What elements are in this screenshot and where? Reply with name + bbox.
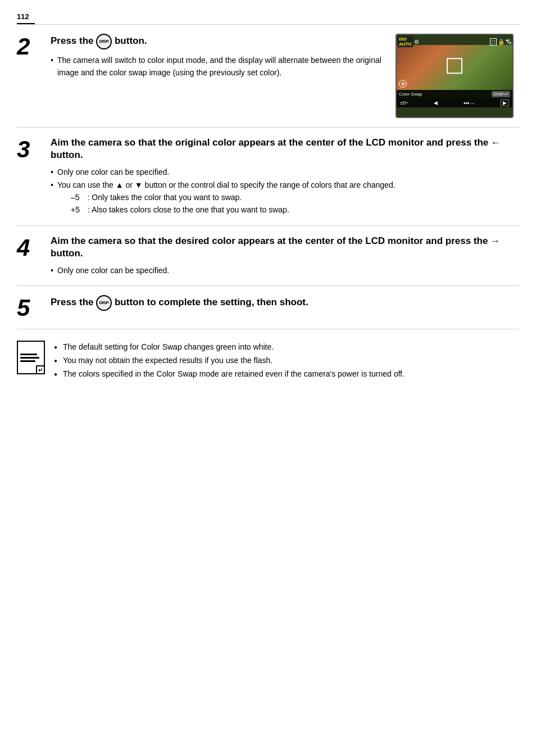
step-3-content: Aim the camera so that the original colo… xyxy=(51,137,519,216)
step-4-body: Only one color can be specified. xyxy=(51,264,519,277)
lcd-prev-arrow: ◀ xyxy=(434,100,438,106)
settings-icon: ⚙ xyxy=(414,39,419,45)
step-3-sublist: –5 : Only takes the color that you want … xyxy=(51,191,519,216)
step-5-row: 5 Press the DISP. button to complete the… xyxy=(17,286,519,329)
note-icon-arrow: ↵ xyxy=(36,365,45,374)
step-5-number: 5 xyxy=(17,295,51,320)
note-icon-line-2 xyxy=(20,357,39,359)
page-number: 112 xyxy=(17,12,35,24)
note-2: You may not obtain the expected results … xyxy=(54,354,519,368)
disp-button-icon-2: DISP. xyxy=(96,34,112,49)
notes-list: The default setting for Color Swap chang… xyxy=(54,341,519,381)
notes-text: The default setting for Color Swap chang… xyxy=(54,341,519,381)
frame-icon: □ xyxy=(490,38,497,46)
step-5-title: Press the DISP. button to complete the s… xyxy=(51,295,519,311)
disp-button-icon-5: DISP. xyxy=(96,295,112,311)
lcd-color-swap-label: Color Swap xyxy=(399,92,422,97)
step-4-row: 4 Aim the camera so that the desired col… xyxy=(17,225,519,286)
step-4-title: Aim the camera so that the desired color… xyxy=(51,235,519,260)
page-container: 112 2 Press the DISP. button. The camera… xyxy=(0,0,536,404)
note-icon: ↵ xyxy=(17,341,45,374)
lcd-center-square xyxy=(447,58,462,74)
speed-icon: ⁴⁄ₛ xyxy=(506,38,511,46)
step-2-bullet-1: The camera will switch to color input mo… xyxy=(51,54,387,79)
step-3-number: 3 xyxy=(17,137,51,161)
lcd-label-row: Color Swap DISP.↩ xyxy=(397,90,512,98)
step-2-content: Press the DISP. button. The camera will … xyxy=(51,34,519,118)
lcd-dots: •••→ xyxy=(464,100,475,106)
notes-section: ↵ The default setting for Color Swap cha… xyxy=(17,329,519,392)
step-2-body: The camera will switch to color input mo… xyxy=(51,54,387,79)
step-3-sub-2: +5 : Also takes colors close to the one … xyxy=(64,203,519,216)
lcd-left-icons: ISOAUTO ⚙ xyxy=(398,36,419,47)
lcd-image-area: ✿ xyxy=(397,45,512,90)
step-2-number: 2 xyxy=(17,34,51,58)
step-2-image: ISOAUTO ⚙ □ 🔒 ⁴⁄ₛ ✿ xyxy=(396,34,519,118)
lcd-disp-badge: DISP.↩ xyxy=(492,91,510,97)
lcd-next-arrow: ▶ xyxy=(501,99,509,106)
iso-icon: ISOAUTO xyxy=(398,36,413,47)
lcd-screen: ISOAUTO ⚙ □ 🔒 ⁴⁄ₛ ✿ xyxy=(396,34,514,118)
step-3-bullet-2: You can use the ▲ or ▼ button or the con… xyxy=(51,179,519,191)
step-3-body: Only one color can be specified. You can… xyxy=(51,166,519,216)
lcd-right-icons: □ 🔒 ⁴⁄ₛ xyxy=(490,36,511,47)
step-2-row: 2 Press the DISP. button. The camera wil… xyxy=(17,24,519,127)
step-4-bullet-1: Only one color can be specified. xyxy=(51,264,519,277)
lcd-exposure-label: ±0÷ xyxy=(400,100,408,106)
step-4-number: 4 xyxy=(17,235,51,260)
lock-icon: 🔒 xyxy=(498,39,505,45)
note-3: The colors specified in the Color Swap m… xyxy=(54,368,519,381)
note-icon-lines xyxy=(20,354,42,362)
step-3-title: Aim the camera so that the original colo… xyxy=(51,137,519,161)
step-2-text: Press the DISP. button. The camera will … xyxy=(51,34,387,118)
step-3-sub-1: –5 : Only takes the color that you want … xyxy=(64,191,519,203)
step-4-content: Aim the camera so that the desired color… xyxy=(51,235,519,277)
lcd-top-row: ISOAUTO ⚙ □ 🔒 ⁴⁄ₛ xyxy=(398,36,511,47)
note-1: The default setting for Color Swap chang… xyxy=(54,341,519,354)
step-3-bullet-1: Only one color can be specified. xyxy=(51,166,519,178)
lcd-controls-row: ±0÷ ◀ •••→ ▶ xyxy=(397,98,512,107)
lcd-flower-icon: ✿ xyxy=(399,80,407,88)
note-icon-line-1 xyxy=(20,354,37,355)
note-icon-line-3 xyxy=(20,360,35,362)
step-2-layout: Press the DISP. button. The camera will … xyxy=(51,34,519,118)
step-5-content: Press the DISP. button to complete the s… xyxy=(51,295,519,315)
step-2-title: Press the DISP. button. xyxy=(51,34,387,49)
step-3-row: 3 Aim the camera so that the original co… xyxy=(17,127,519,225)
